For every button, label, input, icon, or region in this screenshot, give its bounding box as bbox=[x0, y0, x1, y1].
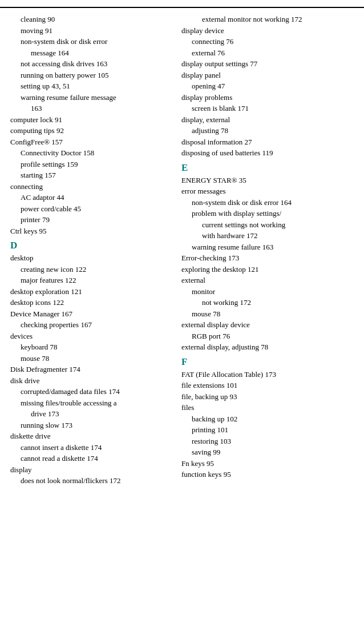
entry-text: connecting 76 bbox=[192, 37, 233, 46]
entry-text: AC adaptor 44 bbox=[21, 193, 64, 202]
index-entry: not accessing disk drives 163 bbox=[21, 58, 172, 70]
entry-text: external display, adjusting 78 bbox=[181, 343, 268, 351]
index-entry: non-system disk or disk error 164 bbox=[192, 197, 354, 208]
entry-text: running on battery power 105 bbox=[21, 71, 109, 79]
index-entry: file extensions 101 bbox=[181, 380, 354, 391]
entry-text: mouse 78 bbox=[21, 354, 49, 363]
index-entry: starting 157 bbox=[21, 170, 172, 181]
entry-text: Device Manager 167 bbox=[10, 310, 72, 318]
entry-text: Fn keys 95 bbox=[181, 459, 214, 468]
index-entry: not working 172 bbox=[202, 297, 354, 308]
index-entry: corrupted/damaged data files 174 bbox=[21, 386, 172, 397]
section-letter-d: D bbox=[10, 240, 172, 251]
index-entry: external display device bbox=[181, 319, 354, 331]
index-entry: desktop icons 122 bbox=[10, 297, 172, 308]
entry-text: connecting bbox=[10, 182, 43, 191]
entry-text: display device bbox=[181, 26, 224, 35]
entry-text: cannot insert a diskette 174 bbox=[21, 443, 102, 452]
entry-text: with hardware 172 bbox=[202, 231, 257, 240]
index-entry: problem with display settings/ bbox=[192, 208, 354, 219]
entry-text: current settings not working bbox=[202, 220, 285, 229]
entry-text: ConfigFree® 157 bbox=[10, 138, 63, 146]
index-entry: display output settings 77 bbox=[181, 58, 354, 70]
index-entry: display bbox=[10, 464, 172, 476]
entry-text: profile settings 159 bbox=[21, 160, 78, 168]
entry-text: computing tips 92 bbox=[10, 126, 64, 135]
index-entry: cannot insert a diskette 174 bbox=[21, 442, 172, 453]
index-entry: non-system disk or disk error bbox=[21, 36, 172, 47]
entry-text: problem with display settings/ bbox=[192, 209, 281, 218]
index-entry: Connectivity Doctor 158 bbox=[21, 147, 172, 159]
entry-text: moving 91 bbox=[21, 26, 52, 35]
left-column: cleaning 90moving 91non-system disk or d… bbox=[0, 14, 177, 487]
index-entry: monitor bbox=[192, 286, 354, 298]
index-entry: ENERGY STAR® 35 bbox=[181, 175, 354, 186]
right-column: external monitor not working 172display … bbox=[177, 14, 364, 487]
entry-text: mouse 78 bbox=[192, 310, 220, 318]
index-entry: Ctrl keys 95 bbox=[10, 226, 172, 237]
index-entry: backing up 102 bbox=[192, 413, 354, 425]
entry-text: diskette drive bbox=[10, 432, 50, 440]
entry-text: creating new icon 122 bbox=[21, 265, 86, 274]
entry-text: external 76 bbox=[192, 49, 225, 57]
entry-text: computer lock 91 bbox=[10, 115, 62, 124]
entry-text: setting up 43, 51 bbox=[21, 82, 70, 90]
entry-text: screen is blank 171 bbox=[192, 104, 249, 112]
index-entry: display panel bbox=[181, 70, 354, 81]
index-entry: screen is blank 171 bbox=[192, 103, 354, 114]
entry-text: display problems bbox=[181, 93, 232, 102]
index-entry: running slow 173 bbox=[21, 420, 172, 431]
index-entry: moving 91 bbox=[21, 25, 172, 37]
entry-text: file, backing up 93 bbox=[181, 392, 237, 401]
entry-text: power cord/cable 45 bbox=[21, 204, 81, 213]
entry-text: does not look normal/flickers 172 bbox=[21, 476, 120, 485]
index-entry: Device Manager 167 bbox=[10, 308, 172, 320]
index-entry: error messages bbox=[181, 186, 354, 197]
index-entry: message 164 bbox=[31, 47, 172, 59]
entry-text: starting 157 bbox=[21, 171, 56, 179]
entry-text: checking properties 167 bbox=[21, 320, 92, 329]
index-entry: setting up 43, 51 bbox=[21, 81, 172, 92]
index-entry: running on battery power 105 bbox=[21, 70, 172, 81]
entry-text: RGB port 76 bbox=[192, 332, 230, 340]
index-entry: devices bbox=[10, 331, 172, 342]
entry-text: drive 173 bbox=[31, 409, 59, 418]
entry-text: FAT (File Allocation Table) 173 bbox=[181, 370, 276, 379]
section-letter-e: E bbox=[181, 162, 354, 174]
index-entry: file, backing up 93 bbox=[181, 391, 354, 403]
index-entry: opening 47 bbox=[192, 81, 354, 92]
index-entry: major features 122 bbox=[21, 275, 172, 286]
index-entry: cleaning 90 bbox=[21, 14, 172, 25]
entry-text: files bbox=[181, 403, 194, 412]
index-entry: display problems bbox=[181, 92, 354, 103]
entry-text: disk drive bbox=[10, 376, 40, 385]
entry-text: non-system disk or disk error 164 bbox=[192, 198, 292, 207]
index-entry: disk drive bbox=[10, 375, 172, 387]
entry-text: printer 79 bbox=[21, 215, 50, 224]
entry-text: not working 172 bbox=[202, 298, 251, 307]
entry-text: warning resume failure 163 bbox=[192, 243, 273, 251]
entry-text: restoring 103 bbox=[192, 437, 231, 445]
index-entry: desktop bbox=[10, 252, 172, 264]
section-letter-f: F bbox=[181, 356, 354, 368]
entry-text: exploring the desktop 121 bbox=[181, 265, 258, 274]
index-entry: printing 101 bbox=[192, 424, 354, 436]
index-entry: FAT (File Allocation Table) 173 bbox=[181, 369, 354, 380]
entry-text: non-system disk or disk error bbox=[21, 37, 107, 46]
entry-text: file extensions 101 bbox=[181, 381, 237, 389]
index-entry: disposing of used batteries 119 bbox=[181, 147, 354, 159]
entry-text: Error-checking 173 bbox=[181, 254, 239, 262]
index-entry: exploring the desktop 121 bbox=[181, 264, 354, 275]
index-entry: connecting bbox=[10, 181, 172, 192]
entry-text: Ctrl keys 95 bbox=[10, 227, 47, 235]
index-entry: computing tips 92 bbox=[10, 125, 172, 136]
entry-text: saving 99 bbox=[192, 448, 220, 456]
entry-text: desktop exploration 121 bbox=[10, 287, 82, 296]
index-entry: 163 bbox=[31, 103, 172, 114]
index-entry: files bbox=[181, 402, 354, 413]
entry-text: cleaning 90 bbox=[21, 15, 55, 23]
index-entry: desktop exploration 121 bbox=[10, 286, 172, 298]
index-entry: Error-checking 173 bbox=[181, 252, 354, 264]
entry-text: warning resume failure message bbox=[21, 93, 116, 102]
index-entry: warning resume failure 163 bbox=[192, 242, 354, 253]
